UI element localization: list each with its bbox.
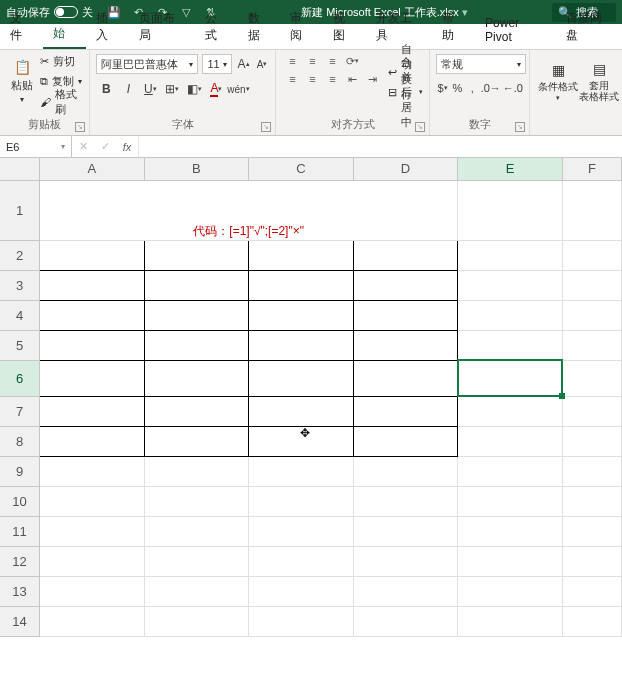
tab-页面布局[interactable]: 页面布局 bbox=[129, 5, 195, 49]
cell-E6[interactable] bbox=[458, 360, 563, 396]
tab-公式[interactable]: 公式 bbox=[195, 5, 238, 49]
cell-E12[interactable] bbox=[458, 546, 563, 576]
col-header-F[interactable]: F bbox=[562, 158, 621, 180]
cell-F9[interactable] bbox=[562, 456, 621, 486]
select-all-corner[interactable] bbox=[0, 158, 40, 180]
chevron-down-icon[interactable]: ▾ bbox=[517, 60, 521, 69]
cut-button[interactable]: ✂剪切 bbox=[40, 52, 83, 70]
cell-D3[interactable] bbox=[353, 270, 458, 300]
col-header-B[interactable]: B bbox=[144, 158, 249, 180]
cell-F11[interactable] bbox=[562, 516, 621, 546]
cell-E1[interactable] bbox=[458, 180, 563, 240]
cell-C8[interactable] bbox=[249, 426, 354, 456]
align-center-button[interactable]: ≡ bbox=[302, 70, 322, 88]
bold-button[interactable]: B bbox=[96, 79, 116, 99]
cell-D10[interactable] bbox=[353, 486, 458, 516]
cell-F14[interactable] bbox=[562, 606, 621, 636]
cell-D5[interactable] bbox=[353, 330, 458, 360]
row-header-7[interactable]: 7 bbox=[0, 396, 40, 426]
formula-input[interactable] bbox=[139, 136, 622, 157]
fill-color-button[interactable]: ◧▾ bbox=[184, 79, 204, 99]
cell-B11[interactable] bbox=[144, 516, 249, 546]
cell-A4[interactable] bbox=[40, 300, 145, 330]
cell-F3[interactable] bbox=[562, 270, 621, 300]
row-header-1[interactable]: 1 bbox=[0, 180, 40, 240]
cell-F5[interactable] bbox=[562, 330, 621, 360]
decrease-indent-button[interactable]: ⇤ bbox=[342, 70, 362, 88]
increase-indent-button[interactable]: ⇥ bbox=[362, 70, 382, 88]
cell-E4[interactable] bbox=[458, 300, 563, 330]
cell-A3[interactable] bbox=[40, 270, 145, 300]
col-header-C[interactable]: C bbox=[249, 158, 354, 180]
cancel-formula-button[interactable]: ✕ bbox=[72, 140, 94, 153]
cell-C6[interactable] bbox=[249, 360, 354, 396]
cell-B6[interactable] bbox=[144, 360, 249, 396]
cell-F2[interactable] bbox=[562, 240, 621, 270]
cell-C7[interactable] bbox=[249, 396, 354, 426]
cell-F12[interactable] bbox=[562, 546, 621, 576]
row-header-5[interactable]: 5 bbox=[0, 330, 40, 360]
cell-B7[interactable] bbox=[144, 396, 249, 426]
cell-B3[interactable] bbox=[144, 270, 249, 300]
col-header-A[interactable]: A bbox=[40, 158, 145, 180]
cell-A8[interactable] bbox=[40, 426, 145, 456]
italic-button[interactable]: I bbox=[118, 79, 138, 99]
cell-C5[interactable] bbox=[249, 330, 354, 360]
tab-数据[interactable]: 数据 bbox=[238, 5, 281, 49]
number-format-combo[interactable]: 常规▾ bbox=[436, 54, 526, 74]
cell-D7[interactable] bbox=[353, 396, 458, 426]
cell-E8[interactable] bbox=[458, 426, 563, 456]
increase-decimal-button[interactable]: .0→ bbox=[481, 78, 501, 98]
cell-A12[interactable] bbox=[40, 546, 145, 576]
cell-B13[interactable] bbox=[144, 576, 249, 606]
currency-button[interactable]: $▾ bbox=[436, 78, 449, 98]
cell-C3[interactable] bbox=[249, 270, 354, 300]
cell-C10[interactable] bbox=[249, 486, 354, 516]
cell-A2[interactable] bbox=[40, 240, 145, 270]
border-button[interactable]: ⊞▾ bbox=[162, 79, 182, 99]
cell-B8[interactable] bbox=[144, 426, 249, 456]
cell-D11[interactable] bbox=[353, 516, 458, 546]
increase-font-button[interactable]: A▴ bbox=[236, 56, 251, 72]
merged-header-cell[interactable]: 自定义单元格格式代码：[=1]"√";[=2]"×" bbox=[40, 180, 458, 240]
align-middle-button[interactable]: ≡ bbox=[302, 52, 322, 70]
cell-D6[interactable] bbox=[353, 360, 458, 396]
decrease-decimal-button[interactable]: ←.0 bbox=[503, 78, 523, 98]
cell-B10[interactable] bbox=[144, 486, 249, 516]
cell-D4[interactable] bbox=[353, 300, 458, 330]
font-name-combo[interactable]: 阿里巴巴普惠体▾ bbox=[96, 54, 198, 74]
align-right-button[interactable]: ≡ bbox=[322, 70, 342, 88]
row-header-10[interactable]: 10 bbox=[0, 486, 40, 516]
cell-E11[interactable] bbox=[458, 516, 563, 546]
percent-button[interactable]: % bbox=[451, 78, 464, 98]
row-header-4[interactable]: 4 bbox=[0, 300, 40, 330]
fx-icon[interactable]: fx bbox=[116, 141, 138, 153]
cell-A11[interactable] bbox=[40, 516, 145, 546]
dialog-launcher-icon[interactable]: ↘ bbox=[75, 122, 85, 132]
cell-D2[interactable] bbox=[353, 240, 458, 270]
align-top-button[interactable]: ≡ bbox=[282, 52, 302, 70]
align-bottom-button[interactable]: ≡ bbox=[322, 52, 342, 70]
cell-B14[interactable] bbox=[144, 606, 249, 636]
phonetic-button[interactable]: wén▾ bbox=[228, 79, 248, 99]
table-format-button[interactable]: ▤ 套用 表格样式 bbox=[582, 52, 616, 110]
tab-视图[interactable]: 视图 bbox=[323, 5, 366, 49]
tab-帮助[interactable]: 帮助 bbox=[432, 5, 475, 49]
cell-B9[interactable] bbox=[144, 456, 249, 486]
cell-E13[interactable] bbox=[458, 576, 563, 606]
tab-百度网盘[interactable]: 百度网盘 bbox=[556, 5, 622, 49]
row-header-11[interactable]: 11 bbox=[0, 516, 40, 546]
comma-button[interactable]: , bbox=[466, 78, 479, 98]
worksheet-grid[interactable]: ABCDEF1自定义单元格格式代码：[=1]"√";[=2]"×"2345678… bbox=[0, 158, 622, 689]
tab-插入[interactable]: 插入 bbox=[86, 5, 129, 49]
row-header-14[interactable]: 14 bbox=[0, 606, 40, 636]
name-box[interactable]: E6▾ bbox=[0, 136, 72, 157]
cell-F13[interactable] bbox=[562, 576, 621, 606]
cell-A14[interactable] bbox=[40, 606, 145, 636]
cell-A6[interactable] bbox=[40, 360, 145, 396]
chevron-down-icon[interactable]: ▾ bbox=[20, 95, 24, 104]
cell-D12[interactable] bbox=[353, 546, 458, 576]
merge-center-button[interactable]: ⊟合并后居中▾ bbox=[388, 83, 423, 101]
cell-A10[interactable] bbox=[40, 486, 145, 516]
cell-F1[interactable] bbox=[562, 180, 621, 240]
